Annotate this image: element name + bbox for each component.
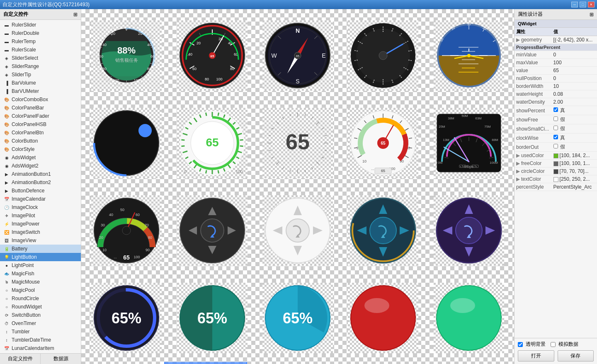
transparent-bg-label[interactable]: 透明背景 xyxy=(518,341,546,348)
widget-compass[interactable]: N S W E 65 xyxy=(257,13,339,97)
svg-text:E: E xyxy=(322,52,325,59)
widget-red-glossy[interactable] xyxy=(342,276,424,360)
save-button[interactable]: 保存 xyxy=(558,350,594,362)
sidebar-item-rulerdouble[interactable]: ▬RulerDouble xyxy=(0,29,81,37)
sidebar-item-adswidget2[interactable]: ◉AdsWidget2 xyxy=(0,162,81,170)
sidebar-item-imageclock[interactable]: 🕐ImageClock xyxy=(0,203,81,211)
sidebar-item-roundcircle[interactable]: ○RoundCircle xyxy=(0,294,81,303)
sidebar-item-tumblerdatetime[interactable]: ↕TumblerDateTime xyxy=(0,336,81,344)
sidebar-item-barvolume[interactable]: ▐BarVolume xyxy=(0,79,81,87)
minimize-button[interactable]: ─ xyxy=(571,2,578,7)
widget-green-glossy[interactable] xyxy=(428,276,510,360)
sidebar-item-colorpanelbtn[interactable]: 🎨ColorPanelBtn xyxy=(0,129,81,137)
sidebar-icon-lightpoint: ● xyxy=(3,262,10,269)
svg-text:100: 100 xyxy=(134,78,140,83)
sidebar-item-lightpoint[interactable]: ●LightPoint xyxy=(0,261,81,269)
prop-key: showFree xyxy=(514,115,552,124)
prop-val: [(-2, 642), 200 x... xyxy=(552,36,597,44)
widget-dark-speed[interactable]: 10 20 30 40 50 60 70 80 90 100 ... 65 xyxy=(85,188,167,272)
sidebar-item-imagepower[interactable]: ⚡ImagePower xyxy=(0,220,81,228)
sidebar-footer-datasource[interactable]: 数据源 xyxy=(41,354,81,364)
sidebar-label-imagecalendar: ImageCalendar xyxy=(12,196,46,202)
widget-percent-cyan[interactable]: 65% xyxy=(257,276,339,360)
sidebar-item-rulerslider[interactable]: ▬RulerSlider xyxy=(0,21,81,29)
sidebar-item-colorstyle[interactable]: 🎨ColorStyle xyxy=(0,145,81,153)
widget-progress-water[interactable]: 0 20 40 60 80 100 100 80 60 40 20 88% 销售… xyxy=(85,13,167,97)
widget-remote-light[interactable] xyxy=(257,188,339,272)
open-button[interactable]: 打开 xyxy=(518,350,554,362)
prop-val: 100 xyxy=(552,59,597,67)
widget-horizon[interactable]: 30 20 10 20 xyxy=(428,13,510,97)
sidebar-item-colorcombobox[interactable]: 🎨ColorComboBox xyxy=(0,95,81,104)
prop-key: maxValue xyxy=(514,59,552,67)
sidebar-item-magicfish[interactable]: 🐟MagicFish xyxy=(0,269,81,278)
widget-dark-circle-dot[interactable] xyxy=(85,101,167,185)
prop-key: borderWidth xyxy=(514,83,552,90)
simulate-data-label[interactable]: 模拟数据 xyxy=(551,341,578,348)
widget-percent-teal[interactable]: 65% xyxy=(171,276,253,360)
svg-text:...: ... xyxy=(114,255,117,259)
sidebar-label-tumbler: Tumbler xyxy=(12,329,30,335)
widget-network-meter[interactable]: Mbps 0M 13M 25M 38M 50M 63M 75M 88M 100M xyxy=(428,101,510,185)
sidebar-item-magicmouse[interactable]: 🖱MagicMouse xyxy=(0,278,81,286)
sidebar-item-slidertip[interactable]: ◈SliderTip xyxy=(0,70,81,79)
widget-progress-ring-blue[interactable]: 65 0 100 xyxy=(171,101,253,185)
maximize-button[interactable]: □ xyxy=(580,2,586,7)
prop-key: ▶textColor xyxy=(514,175,552,183)
svg-text:S: S xyxy=(296,78,299,85)
sidebar-item-sliderrange[interactable]: ◈SliderRange xyxy=(0,62,81,70)
widget-remote-purple[interactable] xyxy=(428,188,510,272)
sidebar-item-sliderselect[interactable]: ◈SliderSelect xyxy=(0,54,81,62)
sidebar-item-colorbutton[interactable]: 🎨ColorButton xyxy=(0,137,81,145)
sidebar-expand-icon[interactable]: ⊞ xyxy=(73,12,78,17)
widget-knob-dark[interactable] xyxy=(342,13,424,97)
svg-point-314 xyxy=(351,286,415,350)
simulate-data-checkbox[interactable] xyxy=(551,342,556,347)
sidebar-footer-widgets[interactable]: 自定义控件 xyxy=(0,354,41,364)
sidebar-item-rulerscale[interactable]: ▬RulerScale xyxy=(0,46,81,54)
sidebar-icon-colorpanelhsb: 🎨 xyxy=(3,121,10,128)
sidebar-item-magicpool[interactable]: ○MagicPool xyxy=(0,286,81,294)
prop-key: nullPosition xyxy=(514,75,552,83)
widget-remote-dark[interactable] xyxy=(171,188,253,272)
widget-speed-gauge[interactable]: 10 20 30 40 50 60 70 80 90 100 ... xyxy=(342,101,424,185)
widget-remote-teal[interactable] xyxy=(342,188,424,272)
sidebar-item-battery[interactable]: 🔋Battery xyxy=(0,245,81,253)
sidebar-item-buttondefence[interactable]: ▶ButtonDefence xyxy=(0,187,81,195)
close-button[interactable]: ✕ xyxy=(588,2,595,7)
prop-section-ProgressBarPercent: ProgressBarPercent xyxy=(514,44,597,51)
sidebar-item-imageswitch[interactable]: 🔀ImageSwitch xyxy=(0,228,81,236)
sidebar-item-imagepilot[interactable]: ✈ImagePilot xyxy=(0,211,81,220)
sidebar-item-imageview[interactable]: 🖼ImageView xyxy=(0,236,81,245)
widget-large-number[interactable]: 65 xyxy=(257,101,339,185)
sidebar-icon-colorpanelbar: 🎨 xyxy=(3,104,10,111)
sidebar-item-switchbutton[interactable]: ⟳SwitchButton xyxy=(0,311,81,319)
sidebar-item-adswidget[interactable]: ◉AdsWidget xyxy=(0,153,81,162)
sidebar-item-oventimer[interactable]: ⏱OvenTimer xyxy=(0,319,81,328)
sidebar-icon-imageswitch: 🔀 xyxy=(3,229,10,235)
sidebar-icon-rulerdouble: ▬ xyxy=(3,30,10,36)
sidebar-item-colorpanelfader[interactable]: 🎨ColorPanelFader xyxy=(0,112,81,120)
sidebar-item-lightbutton[interactable]: 💡LightButton xyxy=(0,253,81,261)
widget-percent-dark-arc[interactable]: 65% xyxy=(85,276,167,360)
sidebar-item-barvumeter[interactable]: ▐BarVUMeter xyxy=(0,87,81,95)
sidebar-item-colorpanelhsb[interactable]: 🎨ColorPanelHSB xyxy=(0,120,81,129)
prop-key: waterHeight xyxy=(514,90,552,98)
sidebar-item-colorpanelbar[interactable]: 🎨ColorPanelBar xyxy=(0,104,81,112)
sidebar-icon-animationbutton1: ▶ xyxy=(3,171,10,177)
sidebar-item-rulertemp[interactable]: ▬RulerTemp xyxy=(0,37,81,46)
svg-line-149 xyxy=(181,146,184,146)
right-panel-expand[interactable]: ⊞ xyxy=(590,12,594,17)
widget-speedometer-dark[interactable]: 0 20 40 60 80 100 80 60 40 20 65 xyxy=(171,13,253,97)
svg-line-156 xyxy=(206,112,206,116)
sidebar-item-animationbutton1[interactable]: ▶AnimationButton1 xyxy=(0,170,81,178)
svg-text:30: 30 xyxy=(467,22,471,26)
prop-val: PercentStyle_Arc xyxy=(552,183,597,191)
sidebar-item-lunarcalendaritem[interactable]: 📅LunarCalendarItem xyxy=(0,344,81,352)
sidebar-item-roundwidget[interactable]: ○RoundWidget xyxy=(0,303,81,311)
transparent-bg-checkbox[interactable] xyxy=(518,342,523,347)
sidebar-item-tumbler[interactable]: ↕Tumbler xyxy=(0,328,81,336)
sidebar-icon-magicmouse: 🖱 xyxy=(3,279,10,285)
sidebar-item-animationbutton2[interactable]: ▶AnimationButton2 xyxy=(0,178,81,187)
sidebar-item-imagecalendar[interactable]: 📅ImageCalendar xyxy=(0,195,81,203)
